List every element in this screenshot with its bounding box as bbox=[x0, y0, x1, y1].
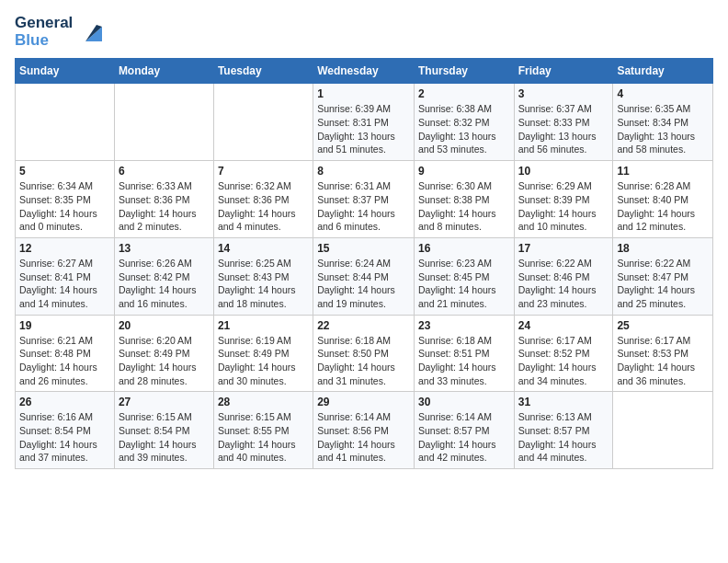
day-number: 23 bbox=[418, 319, 510, 332]
weekday-header-monday: Monday bbox=[114, 59, 213, 84]
day-info: Sunrise: 6:27 AM Sunset: 8:41 PM Dayligh… bbox=[19, 257, 110, 311]
week-row-2: 5Sunrise: 6:34 AM Sunset: 8:35 PM Daylig… bbox=[16, 161, 713, 238]
day-number: 6 bbox=[119, 165, 210, 178]
day-info: Sunrise: 6:18 AM Sunset: 8:50 PM Dayligh… bbox=[317, 334, 410, 388]
logo: General Blue bbox=[15, 15, 109, 49]
day-info: Sunrise: 6:26 AM Sunset: 8:42 PM Dayligh… bbox=[119, 257, 210, 311]
day-info: Sunrise: 6:35 AM Sunset: 8:34 PM Dayligh… bbox=[617, 102, 709, 156]
day-info: Sunrise: 6:29 AM Sunset: 8:39 PM Dayligh… bbox=[518, 179, 609, 234]
day-number: 19 bbox=[19, 319, 110, 332]
logo-line2: Blue bbox=[15, 32, 73, 50]
calendar-cell: 8Sunrise: 6:31 AM Sunset: 8:37 PM Daylig… bbox=[313, 161, 415, 238]
day-number: 5 bbox=[19, 165, 110, 178]
logo-icon bbox=[76, 16, 109, 49]
day-info: Sunrise: 6:15 AM Sunset: 8:55 PM Dayligh… bbox=[218, 410, 309, 465]
day-info: Sunrise: 6:38 AM Sunset: 8:32 PM Dayligh… bbox=[418, 102, 510, 156]
calendar-cell: 1Sunrise: 6:39 AM Sunset: 8:31 PM Daylig… bbox=[313, 84, 415, 161]
day-info: Sunrise: 6:14 AM Sunset: 8:57 PM Dayligh… bbox=[418, 410, 510, 465]
day-info: Sunrise: 6:34 AM Sunset: 8:35 PM Dayligh… bbox=[19, 179, 110, 234]
day-info: Sunrise: 6:19 AM Sunset: 8:49 PM Dayligh… bbox=[218, 334, 309, 388]
day-info: Sunrise: 6:13 AM Sunset: 8:57 PM Dayligh… bbox=[518, 410, 609, 465]
day-info: Sunrise: 6:18 AM Sunset: 8:51 PM Dayligh… bbox=[418, 334, 510, 388]
calendar-cell: 30Sunrise: 6:14 AM Sunset: 8:57 PM Dayli… bbox=[414, 392, 514, 469]
day-info: Sunrise: 6:17 AM Sunset: 8:52 PM Dayligh… bbox=[518, 334, 609, 388]
day-info: Sunrise: 6:21 AM Sunset: 8:48 PM Dayligh… bbox=[19, 334, 110, 388]
day-number: 27 bbox=[119, 396, 210, 408]
calendar-cell: 24Sunrise: 6:17 AM Sunset: 8:52 PM Dayli… bbox=[514, 315, 613, 392]
weekday-header-tuesday: Tuesday bbox=[213, 59, 313, 84]
calendar-cell bbox=[114, 84, 213, 161]
day-number: 4 bbox=[617, 87, 709, 100]
calendar-cell: 17Sunrise: 6:22 AM Sunset: 8:46 PM Dayli… bbox=[514, 237, 613, 315]
calendar-cell bbox=[213, 84, 313, 161]
calendar-cell: 10Sunrise: 6:29 AM Sunset: 8:39 PM Dayli… bbox=[514, 161, 613, 238]
calendar-cell bbox=[16, 84, 115, 161]
day-info: Sunrise: 6:24 AM Sunset: 8:44 PM Dayligh… bbox=[317, 257, 410, 311]
day-number: 26 bbox=[19, 396, 110, 408]
day-number: 16 bbox=[418, 242, 510, 255]
day-number: 8 bbox=[317, 165, 410, 178]
day-number: 2 bbox=[418, 87, 510, 100]
day-number: 24 bbox=[518, 319, 609, 332]
day-info: Sunrise: 6:15 AM Sunset: 8:54 PM Dayligh… bbox=[119, 410, 210, 465]
calendar-cell: 18Sunrise: 6:22 AM Sunset: 8:47 PM Dayli… bbox=[613, 237, 713, 315]
calendar-cell: 12Sunrise: 6:27 AM Sunset: 8:41 PM Dayli… bbox=[16, 237, 115, 315]
calendar-cell: 5Sunrise: 6:34 AM Sunset: 8:35 PM Daylig… bbox=[16, 161, 115, 238]
weekday-header-thursday: Thursday bbox=[414, 59, 514, 84]
calendar-cell: 19Sunrise: 6:21 AM Sunset: 8:48 PM Dayli… bbox=[16, 315, 115, 392]
day-number: 7 bbox=[218, 165, 309, 178]
day-number: 13 bbox=[119, 242, 210, 255]
day-number: 15 bbox=[317, 242, 410, 255]
day-info: Sunrise: 6:30 AM Sunset: 8:38 PM Dayligh… bbox=[418, 179, 510, 234]
calendar-cell: 26Sunrise: 6:16 AM Sunset: 8:54 PM Dayli… bbox=[16, 392, 115, 469]
day-number: 29 bbox=[317, 396, 410, 408]
day-number: 12 bbox=[19, 242, 110, 255]
weekday-header-sunday: Sunday bbox=[16, 59, 115, 84]
calendar-cell: 7Sunrise: 6:32 AM Sunset: 8:36 PM Daylig… bbox=[213, 161, 313, 238]
week-row-3: 12Sunrise: 6:27 AM Sunset: 8:41 PM Dayli… bbox=[16, 237, 713, 315]
day-info: Sunrise: 6:31 AM Sunset: 8:37 PM Dayligh… bbox=[317, 179, 410, 234]
logo-text: General Blue bbox=[15, 15, 109, 49]
day-number: 9 bbox=[418, 165, 510, 178]
day-info: Sunrise: 6:22 AM Sunset: 8:46 PM Dayligh… bbox=[518, 257, 609, 311]
day-info: Sunrise: 6:17 AM Sunset: 8:53 PM Dayligh… bbox=[617, 334, 709, 388]
day-info: Sunrise: 6:32 AM Sunset: 8:36 PM Dayligh… bbox=[218, 179, 309, 234]
day-info: Sunrise: 6:16 AM Sunset: 8:54 PM Dayligh… bbox=[19, 410, 110, 465]
day-info: Sunrise: 6:25 AM Sunset: 8:43 PM Dayligh… bbox=[218, 257, 309, 311]
calendar-cell: 14Sunrise: 6:25 AM Sunset: 8:43 PM Dayli… bbox=[213, 237, 313, 315]
calendar-cell: 22Sunrise: 6:18 AM Sunset: 8:50 PM Dayli… bbox=[313, 315, 415, 392]
day-number: 14 bbox=[218, 242, 309, 255]
calendar-cell: 9Sunrise: 6:30 AM Sunset: 8:38 PM Daylig… bbox=[414, 161, 514, 238]
day-info: Sunrise: 6:14 AM Sunset: 8:56 PM Dayligh… bbox=[317, 410, 410, 465]
weekday-header-saturday: Saturday bbox=[613, 59, 713, 84]
calendar-cell: 27Sunrise: 6:15 AM Sunset: 8:54 PM Dayli… bbox=[114, 392, 213, 469]
week-row-4: 19Sunrise: 6:21 AM Sunset: 8:48 PM Dayli… bbox=[16, 315, 713, 392]
day-number: 10 bbox=[518, 165, 609, 178]
day-number: 3 bbox=[518, 87, 609, 100]
day-number: 20 bbox=[119, 319, 210, 332]
day-info: Sunrise: 6:33 AM Sunset: 8:36 PM Dayligh… bbox=[119, 179, 210, 234]
calendar-cell: 3Sunrise: 6:37 AM Sunset: 8:33 PM Daylig… bbox=[514, 84, 613, 161]
day-number: 31 bbox=[518, 396, 609, 408]
calendar-cell: 29Sunrise: 6:14 AM Sunset: 8:56 PM Dayli… bbox=[313, 392, 415, 469]
calendar-cell: 11Sunrise: 6:28 AM Sunset: 8:40 PM Dayli… bbox=[613, 161, 713, 238]
week-row-5: 26Sunrise: 6:16 AM Sunset: 8:54 PM Dayli… bbox=[16, 392, 713, 469]
calendar-cell: 15Sunrise: 6:24 AM Sunset: 8:44 PM Dayli… bbox=[313, 237, 415, 315]
day-info: Sunrise: 6:23 AM Sunset: 8:45 PM Dayligh… bbox=[418, 257, 510, 311]
day-info: Sunrise: 6:37 AM Sunset: 8:33 PM Dayligh… bbox=[518, 102, 609, 156]
calendar-cell: 25Sunrise: 6:17 AM Sunset: 8:53 PM Dayli… bbox=[613, 315, 713, 392]
day-number: 18 bbox=[617, 242, 709, 255]
calendar-cell: 2Sunrise: 6:38 AM Sunset: 8:32 PM Daylig… bbox=[414, 84, 514, 161]
calendar-cell: 20Sunrise: 6:20 AM Sunset: 8:49 PM Dayli… bbox=[114, 315, 213, 392]
day-number: 25 bbox=[617, 319, 709, 332]
calendar-cell: 16Sunrise: 6:23 AM Sunset: 8:45 PM Dayli… bbox=[414, 237, 514, 315]
day-info: Sunrise: 6:20 AM Sunset: 8:49 PM Dayligh… bbox=[119, 334, 210, 388]
week-row-1: 1Sunrise: 6:39 AM Sunset: 8:31 PM Daylig… bbox=[16, 84, 713, 161]
logo-line1: General bbox=[15, 15, 73, 32]
calendar-table: SundayMondayTuesdayWednesdayThursdayFrid… bbox=[15, 58, 713, 469]
calendar-cell: 6Sunrise: 6:33 AM Sunset: 8:36 PM Daylig… bbox=[114, 161, 213, 238]
weekday-header-friday: Friday bbox=[514, 59, 613, 84]
day-number: 22 bbox=[317, 319, 410, 332]
day-number: 1 bbox=[317, 87, 410, 100]
calendar-cell: 21Sunrise: 6:19 AM Sunset: 8:49 PM Dayli… bbox=[213, 315, 313, 392]
